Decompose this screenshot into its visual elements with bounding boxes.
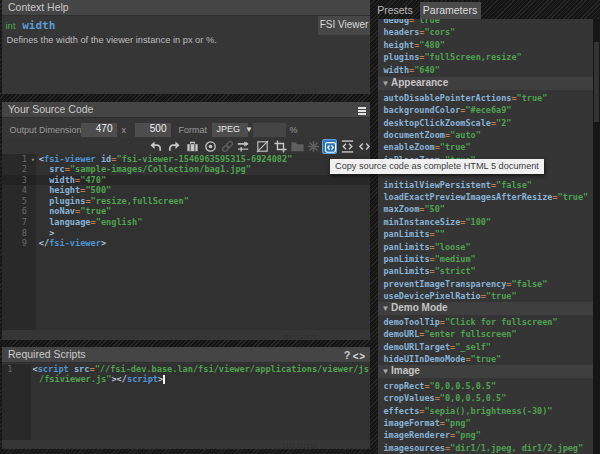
output-dimension-bar: Output Dimension 470 x 500 Format JPEG▼ … (2, 118, 371, 138)
parameter-row[interactable]: autoDisablePointerActions="true" (378, 92, 600, 104)
percent-label: % (290, 125, 298, 135)
code-line: 7 language="english" (2, 217, 371, 228)
line-number: 8 (2, 228, 28, 239)
scrollbar-thumb[interactable] (594, 42, 599, 122)
parameter-row[interactable]: minInstanceSize="100" (378, 216, 600, 228)
parameter-row[interactable]: cropValues="0,0,0.5,0.5" (378, 392, 600, 404)
line-number: 7 (2, 217, 28, 228)
height-input[interactable]: 500 (135, 123, 171, 137)
parameter-row[interactable]: panLimits="" (378, 228, 600, 240)
code-token: "true" (80, 206, 111, 216)
parameter-row[interactable]: panLimits="loose" (378, 241, 600, 253)
parameter-row[interactable]: debug="true" (378, 19, 600, 27)
parameter-row[interactable]: height="480" (378, 39, 600, 51)
line-number: 6 (2, 206, 28, 217)
parameter-value: "cors" (424, 27, 455, 37)
parameter-row[interactable]: hideUIInDemoMode="true" (378, 353, 600, 365)
triangle-down-icon: ▼ (380, 78, 391, 90)
parameters-panel[interactable]: debug="true"headers="cors"height="480"pl… (378, 19, 600, 454)
resize-grip-top[interactable] (282, 88, 318, 93)
scrollbar-track[interactable] (593, 19, 600, 454)
parameter-row[interactable]: panLimits="strict" (378, 265, 600, 277)
undo-icon[interactable] (148, 139, 163, 154)
parameter-value: "true" (440, 142, 471, 152)
parameter-row[interactable]: imagesources="dir1/1.jpeg, dir1/2.jpeg" (378, 442, 600, 454)
text-cursor (163, 375, 165, 384)
tab-presets[interactable]: Presets (372, 2, 418, 19)
code-lines-icon[interactable] (340, 139, 355, 154)
parameter-name: panLimits (384, 266, 430, 276)
parameter-row[interactable]: demoURLTarget="_self" (378, 341, 600, 353)
parameter-row[interactable]: width="640" (378, 64, 600, 76)
required-scripts-panel: Required Scripts ? <> 1<script src="//fs… (2, 347, 371, 449)
section-header[interactable]: ▼Appearance (378, 77, 600, 89)
sliders-icon[interactable] (236, 139, 251, 154)
parameter-value: "Click for fullscreen" (445, 317, 558, 327)
parameter-row[interactable]: imageFormat="png" (378, 417, 600, 429)
parameter-row[interactable]: enableZoom="true" (378, 141, 600, 153)
parameter-value: "false" (511, 279, 547, 289)
parameter-row[interactable]: plugins="fullScreen,resize" (378, 51, 600, 63)
parameter-row[interactable]: panLimits="medium" (378, 253, 600, 265)
flower-icon[interactable] (306, 139, 321, 154)
line-number: 1 (2, 154, 28, 165)
briefcase-icon[interactable] (185, 139, 200, 154)
parameter-value: "_self" (455, 342, 491, 352)
parameter-name: width (384, 65, 410, 75)
tab-parameters[interactable]: Parameters (420, 2, 481, 19)
times-label: x (122, 125, 127, 135)
help-icon[interactable]: ? (344, 348, 351, 363)
section-label: Image (391, 365, 420, 376)
parameter-row[interactable]: backgroundColor="#ece6a9" (378, 104, 600, 116)
code-line: 3 width="470" (2, 175, 371, 186)
square-slash-icon[interactable] (255, 139, 270, 154)
parameter-row[interactable]: demoToolTip="Click for fullscreen" (378, 316, 600, 328)
parameter-row[interactable]: useDevicePixelRatio="true" (378, 290, 600, 302)
parameter-row[interactable]: headers="cors" (378, 26, 600, 38)
record-icon[interactable] (203, 139, 218, 154)
code-copy-html-icon[interactable] (322, 139, 337, 154)
parameter-row[interactable]: documentZoom="auto" (378, 129, 600, 141)
parameter-row[interactable]: loadExactPreviewImagesAfterResize="true" (378, 191, 600, 203)
code-icon[interactable] (357, 139, 372, 154)
parameter-name: initialViewPersistent (384, 180, 491, 190)
source-code-editor[interactable]: 1▾<fsi-viewer id="fsi-viewer-15469635953… (2, 154, 371, 331)
parameter-row[interactable]: initialViewPersistent="false" (378, 179, 600, 191)
resize-grip-middle[interactable] (282, 334, 318, 339)
hamburger-menu-icon[interactable] (358, 107, 367, 116)
crop-icon[interactable] (273, 139, 288, 154)
quality-input[interactable] (253, 123, 286, 137)
context-help-title: Context Help (2, 0, 371, 16)
parameter-value: "true" (558, 192, 589, 202)
parameter-value: "fullScreen,resize" (424, 52, 521, 62)
redo-icon[interactable] (167, 139, 182, 154)
required-scripts-editor[interactable]: 1<script src="//fsi-dev.base.lan/fsi/vie… (2, 364, 371, 441)
section-header[interactable]: ▼Image (378, 365, 600, 377)
parameter-value: "100" (465, 217, 491, 227)
parameter-name: autoDisablePointerActions (384, 93, 512, 103)
parameter-name: headers (384, 27, 420, 37)
code-line: 9</fsi-viewer> (2, 238, 371, 249)
code-token: script (38, 364, 69, 374)
parameter-value: "true" (486, 291, 517, 301)
parameter-row[interactable]: preventImageTransparency="false" (378, 278, 600, 290)
link-icon[interactable] (220, 139, 235, 154)
parameter-value: "dir1/1.jpeg, dir1/2.jpeg" (450, 443, 583, 453)
folder-icon[interactable] (290, 139, 305, 154)
chevron-down-icon: ▼ (245, 125, 253, 134)
parameter-row[interactable]: desktopClickZoomScale="2" (378, 117, 600, 129)
fsi-viewer-button[interactable]: FSI Viewer (318, 16, 370, 35)
parameter-row[interactable]: maxZoom="50" (378, 203, 600, 215)
parameter-row[interactable]: demoURL="enter fullscreen" (378, 328, 600, 340)
resize-grip-bottom[interactable] (282, 443, 318, 448)
width-input[interactable]: 470 (81, 123, 117, 137)
code-icon[interactable]: <> (353, 349, 366, 364)
format-select[interactable]: JPEG▼ (212, 123, 248, 137)
section-header[interactable]: ▼Demo Mode (378, 302, 600, 314)
parameter-row[interactable]: effects="sepia(),brightness(-30)" (378, 405, 600, 417)
parameter-name: minInstanceSize (384, 217, 461, 227)
parameter-value: "480" (419, 40, 445, 50)
parameter-value: "2" (496, 118, 511, 128)
parameter-row[interactable]: imageRenderer="png" (378, 429, 600, 441)
parameter-row[interactable]: cropRect="0,0,0.5,0.5" (378, 380, 600, 392)
